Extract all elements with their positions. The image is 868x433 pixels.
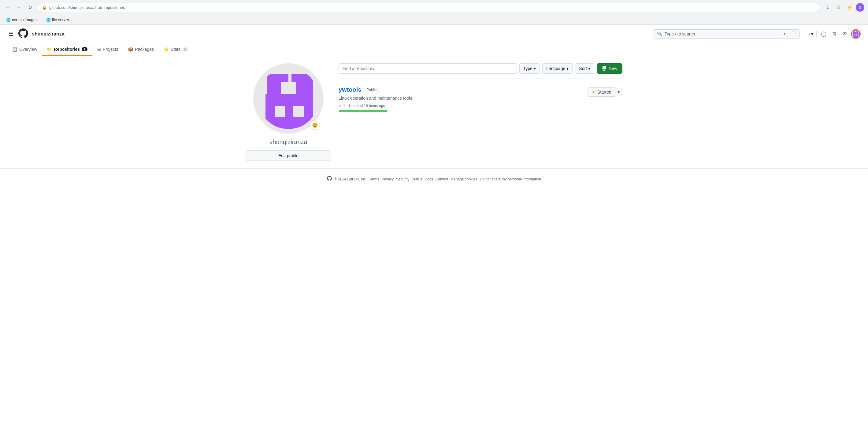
- search-bar[interactable]: 🔍 Type / to search >_ /: [653, 29, 800, 38]
- footer-contact-link[interactable]: Contact: [436, 177, 448, 181]
- header-username: shunqiziranza: [32, 31, 65, 37]
- bookmark-label-1: centos images: [12, 18, 38, 22]
- address-bar[interactable]: 🔒 github.com/shunqiziranza?tab=repositor…: [37, 3, 820, 12]
- footer-security-link[interactable]: Security: [396, 177, 409, 181]
- hamburger-menu-button[interactable]: ☰: [7, 29, 15, 38]
- browser-actions: ⤓ ☆ ⚡ S: [823, 2, 864, 12]
- footer-logo: [327, 176, 332, 182]
- footer-terms-link[interactable]: Terms: [369, 177, 379, 181]
- tab-projects-label: Projects: [103, 47, 118, 52]
- tab-projects[interactable]: ⊞ Projects: [92, 43, 123, 56]
- plus-dropdown-icon: ▾: [811, 31, 813, 36]
- repo-updated-time: Updated 16 hours ago: [349, 104, 385, 108]
- search-shortcut-badge: /: [790, 31, 796, 36]
- user-avatar-header[interactable]: [851, 29, 861, 39]
- tab-packages-label: Packages: [135, 47, 154, 52]
- extensions-icon[interactable]: ⚡: [845, 2, 855, 12]
- projects-icon: ⊞: [97, 47, 101, 52]
- bookmark-centos-images[interactable]: 🌐 centos images: [4, 16, 40, 23]
- footer-do-not-share-link[interactable]: Do not share my personal information: [479, 177, 541, 181]
- new-repo-icon: [602, 66, 607, 71]
- profile-avatar-image: [258, 68, 319, 129]
- type-filter-label: Type: [523, 66, 532, 71]
- hamburger-icon: ☰: [8, 31, 13, 37]
- inbox-button[interactable]: ✉: [841, 29, 848, 38]
- bookmark-globe-icon-2: 🌐: [46, 18, 51, 22]
- download-icon[interactable]: ⤓: [823, 2, 833, 12]
- type-dropdown-icon: ▾: [534, 66, 536, 71]
- language-filter-label: Language: [546, 66, 565, 71]
- star-filled-icon: ★: [591, 90, 595, 94]
- sort-button[interactable]: Sort ▾: [575, 63, 594, 74]
- pr-icon: ⇅: [833, 31, 837, 37]
- type-filter-button[interactable]: Type ▾: [519, 63, 540, 74]
- forward-button[interactable]: →: [15, 3, 23, 11]
- footer-status-link[interactable]: Status: [412, 177, 422, 181]
- svg-rect-9: [856, 34, 857, 35]
- address-lock-icon: 🔒: [42, 5, 47, 10]
- svg-rect-7: [853, 33, 859, 36]
- refresh-button[interactable]: ↻: [26, 3, 34, 11]
- repo-name-link[interactable]: ywtools: [339, 86, 361, 93]
- star-repo-button[interactable]: ★ Starred: [588, 88, 615, 97]
- new-repo-button[interactable]: New: [597, 63, 622, 74]
- repo-meta: ☆ 1 Updated 16 hours ago: [339, 104, 588, 108]
- svg-rect-1: [853, 31, 855, 33]
- profile-avatar[interactable]: S: [856, 3, 864, 11]
- pull-request-button[interactable]: ⇅: [831, 29, 838, 38]
- svg-rect-20: [293, 106, 304, 117]
- language-filter-button[interactable]: Language ▾: [542, 63, 572, 74]
- repositories-area: Type ▾ Language ▾ Sort ▾ New: [339, 63, 622, 161]
- new-plus-button[interactable]: + ▾: [805, 30, 817, 38]
- repositories-count-badge: 1: [82, 47, 88, 51]
- timer-icon: ◯: [821, 31, 827, 37]
- timer-button[interactable]: ◯: [819, 29, 828, 38]
- overview-icon: 📋: [12, 47, 18, 52]
- star-dropdown-button[interactable]: ▾: [615, 88, 622, 96]
- new-repo-label: New: [609, 66, 617, 71]
- tab-repositories[interactable]: 📁 Repositories 1: [42, 43, 92, 56]
- svg-rect-3: [855, 32, 857, 33]
- edit-avatar-button[interactable]: 😊: [310, 120, 320, 130]
- tab-packages[interactable]: 📦 Packages: [123, 43, 158, 56]
- svg-rect-19: [275, 106, 285, 117]
- language-dropdown-icon: ▾: [566, 66, 568, 71]
- header-actions: + ▾ ◯ ⇅ ✉: [805, 29, 861, 39]
- star-dropdown-chevron-icon: ▾: [618, 90, 620, 94]
- repositories-icon: 📁: [47, 47, 52, 52]
- terminal-icon: >_: [783, 31, 788, 36]
- stars-icon: ⭐: [164, 47, 169, 52]
- edit-profile-button[interactable]: Edit profile: [246, 150, 331, 161]
- footer-manage-cookies-link[interactable]: Manage cookies: [451, 177, 477, 181]
- tab-overview[interactable]: 📋 Overview: [7, 43, 42, 56]
- find-repo-input[interactable]: [339, 63, 517, 74]
- bookmark-file-server[interactable]: 🌐 file server: [44, 16, 71, 23]
- github-logo[interactable]: [18, 28, 28, 39]
- profile-avatar-container: 😊: [253, 63, 323, 134]
- stars-count-badge: 2: [183, 47, 188, 51]
- edit-profile-label: Edit profile: [278, 153, 299, 158]
- back-button[interactable]: ←: [4, 3, 12, 11]
- bookmark-label-2: file server: [52, 18, 69, 22]
- inbox-icon: ✉: [843, 31, 846, 37]
- bookmarks-bar: 🌐 centos images 🌐 file server: [0, 15, 868, 25]
- svg-rect-2: [857, 31, 859, 33]
- footer-privacy-link[interactable]: Privacy: [382, 177, 394, 181]
- repo-stars[interactable]: ☆ 1: [339, 104, 345, 108]
- search-icon: 🔍: [657, 31, 662, 36]
- tab-overview-label: Overview: [19, 47, 37, 52]
- sort-dropdown-icon: ▾: [588, 66, 590, 71]
- bookmark-star-icon[interactable]: ☆: [834, 2, 843, 12]
- star-count: 1: [343, 104, 345, 108]
- address-url: github.com/shunqiziranza?tab=repositorie…: [49, 5, 125, 10]
- profile-username: shunqiziranza: [246, 138, 331, 146]
- svg-rect-8: [855, 34, 856, 35]
- repo-visibility-badge: Public: [364, 87, 379, 93]
- browser-chrome: ← → ↻ 🔒 github.com/shunqiziranza?tab=rep…: [0, 0, 868, 15]
- tab-stars[interactable]: ⭐ Stars 2: [159, 43, 193, 56]
- repo-description: Linux operation and maintenance tools: [339, 96, 588, 101]
- search-placeholder-text: Type / to search: [664, 31, 781, 36]
- footer-docs-link[interactable]: Docs: [425, 177, 433, 181]
- main-content: 😊 shunqiziranza Edit profile Type ▾ Lang…: [238, 56, 630, 168]
- repo-list: ywtools Public Linux operation and maint…: [339, 79, 622, 119]
